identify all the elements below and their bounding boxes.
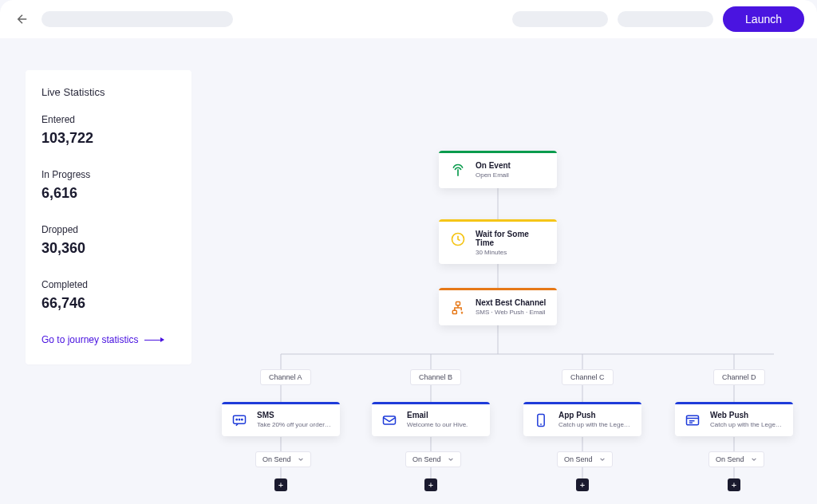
arrow-right-icon	[144, 340, 164, 341]
antenna-icon	[448, 161, 468, 180]
node-on-event[interactable]: On Event Open Email	[439, 151, 557, 188]
chevron-down-icon	[599, 456, 606, 463]
svg-point-25	[239, 419, 239, 420]
stat-dropped: Dropped 30,360	[41, 224, 176, 257]
node-next-best-channel[interactable]: Next Best Channel SMS · Web Push · Email	[439, 288, 557, 325]
journey-canvas: On Event Open Email Wait for Some Time 3…	[191, 70, 817, 504]
header: Launch	[0, 0, 817, 38]
node-wait[interactable]: Wait for Some Time 30 Minutes	[439, 219, 557, 264]
clock-icon	[448, 230, 468, 249]
svg-rect-27	[384, 416, 396, 424]
node-app-push[interactable]: App Push Catch up with the Legends!	[523, 402, 641, 436]
route-icon	[448, 298, 468, 317]
chevron-down-icon	[298, 456, 304, 463]
channel-c-label: Channel C	[562, 369, 614, 385]
add-step-button[interactable]: +	[274, 478, 287, 491]
chevron-down-icon	[751, 456, 757, 463]
svg-rect-21	[456, 302, 460, 305]
add-step-button[interactable]: +	[728, 478, 740, 491]
on-send-dropdown[interactable]: On Send	[708, 451, 764, 467]
channel-b-label: Channel B	[410, 369, 461, 385]
svg-point-24	[236, 419, 237, 420]
stat-entered: Entered 103,722	[41, 114, 176, 147]
back-button[interactable]	[13, 10, 32, 29]
stat-in-progress: In Progress 6,616	[41, 169, 176, 202]
header-placeholder	[512, 11, 608, 27]
node-email[interactable]: Email Welcome to our Hive.	[372, 402, 490, 436]
node-sms[interactable]: SMS Take 20% off your order with code ..…	[222, 402, 340, 436]
sms-icon	[230, 411, 249, 430]
statistics-title: Live Statistics	[41, 86, 176, 98]
web-push-icon	[683, 411, 702, 430]
chevron-down-icon	[448, 456, 454, 463]
journey-statistics-link[interactable]: Go to journey statistics	[41, 334, 176, 345]
title-placeholder	[41, 11, 233, 27]
on-send-dropdown[interactable]: On Send	[557, 451, 613, 467]
statistics-panel: Live Statistics Entered 103,722 In Progr…	[26, 70, 191, 364]
header-placeholder	[618, 11, 713, 27]
add-step-button[interactable]: +	[424, 478, 437, 491]
on-send-dropdown[interactable]: On Send	[405, 451, 461, 467]
svg-rect-22	[452, 310, 456, 313]
svg-point-26	[242, 419, 243, 420]
stat-completed: Completed 66,746	[41, 279, 176, 312]
email-icon	[380, 411, 399, 430]
channel-d-label: Channel D	[713, 369, 765, 385]
channel-a-label: Channel A	[260, 369, 311, 385]
mobile-icon	[531, 411, 551, 430]
node-web-push[interactable]: Web Push Catch up with the Legends!	[675, 402, 793, 436]
on-send-dropdown[interactable]: On Send	[255, 451, 311, 467]
launch-button[interactable]: Launch	[723, 6, 804, 32]
add-step-button[interactable]: +	[576, 478, 589, 491]
